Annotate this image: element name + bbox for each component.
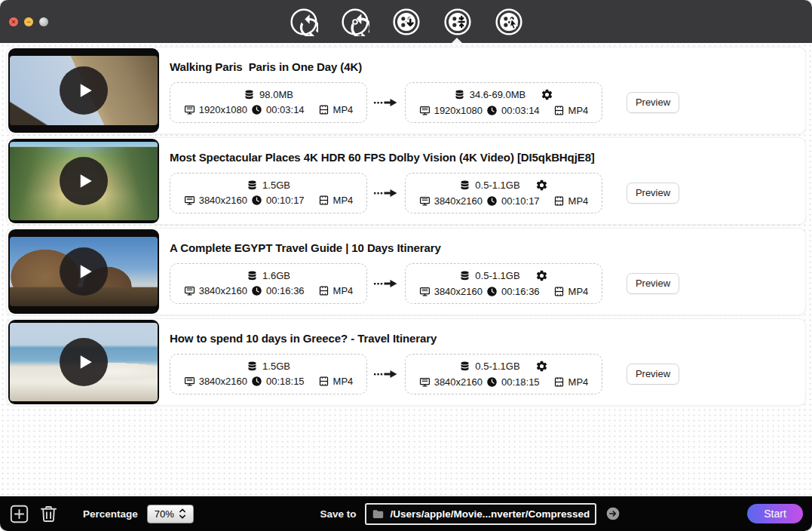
convert-arrow-icon <box>373 189 399 198</box>
save-path-field[interactable]: /Users/apple/Movie...nverter/Compressed <box>365 503 596 525</box>
traffic-lights: × − <box>9 17 48 26</box>
duration-icon <box>486 105 498 116</box>
close-button[interactable]: × <box>9 17 18 26</box>
video-row: A Complete EGYPT Travel Guide | 10 Days … <box>6 228 806 315</box>
format-icon <box>318 195 329 206</box>
toolbox-icon[interactable] <box>495 8 523 36</box>
start-button[interactable]: Start <box>747 504 803 523</box>
video-row: How to spend 10 days in Greece? - Travel… <box>6 318 806 406</box>
preview-button[interactable]: Preview <box>627 273 679 294</box>
output-size: 0.5-1.1GB <box>475 270 519 281</box>
output-info-box: 0.5-1.1GB 3840x2160 00:10:17 MP4 <box>405 173 602 213</box>
video-thumbnail[interactable] <box>8 139 159 223</box>
play-button[interactable] <box>60 157 108 205</box>
source-resolution: 3840x2160 <box>199 285 247 296</box>
source-info-box: 1.5GB 3840x2160 00:10:17 MP4 <box>170 173 367 213</box>
percentage-value: 70% <box>155 508 174 520</box>
convert-arrow-icon <box>373 370 399 379</box>
play-button[interactable] <box>60 66 108 115</box>
output-size: 0.5-1.1GB <box>475 361 519 372</box>
delete-button[interactable] <box>38 504 59 524</box>
video-title: Most Spectacular Places 4K HDR 60 FPS Do… <box>170 151 805 164</box>
filesize-icon <box>459 270 470 281</box>
source-duration: 00:16:36 <box>266 285 305 296</box>
preview-button[interactable]: Preview <box>627 364 679 385</box>
output-resolution: 1920x1080 <box>434 105 483 116</box>
source-info-box: 98.0MB 1920x1080 00:03:14 MP4 <box>170 82 367 123</box>
settings-gear-icon[interactable] <box>535 179 548 192</box>
resolution-icon <box>184 195 195 206</box>
video-list: Walking Paris Paris in One Day (4K) 98.0… <box>0 43 812 496</box>
output-size: 34.6-69.0MB <box>470 89 526 100</box>
percentage-stepper[interactable]: 70% <box>147 505 194 523</box>
format-icon <box>318 376 329 387</box>
video-thumbnail[interactable] <box>8 320 159 404</box>
preview-button[interactable]: Preview <box>627 183 679 204</box>
source-resolution: 1920x1080 <box>199 104 247 115</box>
video-downloader-icon[interactable] <box>392 8 421 36</box>
filesize-icon <box>247 270 258 281</box>
video-compressor-icon-active[interactable] <box>443 8 472 36</box>
open-folder-button[interactable] <box>605 506 620 521</box>
output-resolution: 3840x2160 <box>434 376 483 388</box>
video-row: Walking Paris Paris in One Day (4K) 98.0… <box>6 47 806 134</box>
output-duration: 00:10:17 <box>501 195 540 207</box>
source-resolution: 3840x2160 <box>199 376 247 387</box>
video-title: How to spend 10 days in Greece? - Travel… <box>170 332 805 345</box>
save-path-value: /Users/apple/Movie...nverter/Compressed <box>390 508 590 520</box>
settings-gear-icon[interactable] <box>535 360 548 373</box>
output-format: MP4 <box>568 105 589 116</box>
video-row: Most Spectacular Places 4K HDR 60 FPS Do… <box>6 137 806 225</box>
settings-gear-icon[interactable] <box>541 88 553 101</box>
play-button[interactable] <box>60 338 108 386</box>
source-size: 98.0MB <box>259 89 293 100</box>
output-format: MP4 <box>568 286 589 297</box>
title-bar: × − <box>0 0 812 43</box>
zoom-button[interactable] <box>39 17 48 26</box>
convert-arrow-icon <box>373 98 399 107</box>
play-button[interactable] <box>60 247 108 296</box>
converter-icon[interactable] <box>290 8 318 36</box>
filesize-icon <box>459 361 470 372</box>
resolution-icon <box>184 104 195 115</box>
output-duration: 00:18:15 <box>501 376 540 388</box>
duration-icon <box>486 195 498 207</box>
minimize-button[interactable]: − <box>24 17 33 26</box>
output-format: MP4 <box>568 376 589 388</box>
filesize-icon <box>247 180 258 191</box>
folder-icon <box>372 508 385 520</box>
format-icon <box>553 376 565 388</box>
preview-button[interactable]: Preview <box>627 92 679 113</box>
stepper-updown-icon <box>179 508 186 520</box>
format-icon <box>318 104 329 115</box>
source-size: 1.5GB <box>262 361 290 372</box>
settings-gear-icon[interactable] <box>535 269 548 282</box>
output-resolution: 3840x2160 <box>434 195 483 207</box>
source-format: MP4 <box>333 104 354 115</box>
duration-icon <box>251 104 262 115</box>
format-icon <box>553 286 565 297</box>
duration-icon <box>251 376 262 387</box>
video-thumbnail[interactable] <box>8 229 159 314</box>
source-format: MP4 <box>333 285 354 296</box>
trash-icon <box>38 504 59 524</box>
filesize-icon <box>244 89 255 100</box>
dvd-ripper-icon[interactable] <box>341 8 369 36</box>
format-icon <box>318 285 329 296</box>
source-format: MP4 <box>333 195 354 206</box>
output-info-box: 0.5-1.1GB 3840x2160 00:16:36 MP4 <box>405 263 602 304</box>
video-title: Walking Paris Paris in One Day (4K) <box>170 60 805 73</box>
duration-icon <box>486 376 498 388</box>
resolution-icon <box>419 286 431 297</box>
percentage-label: Percentage <box>83 508 138 520</box>
plus-icon <box>9 504 29 524</box>
convert-arrow-icon <box>373 279 399 288</box>
output-size: 0.5-1.1GB <box>475 180 519 191</box>
add-files-button[interactable] <box>9 504 29 524</box>
arrow-right-circle-icon <box>605 506 620 521</box>
bottom-bar: Percentage 70% Save to /Users/apple/Movi… <box>0 496 812 531</box>
app-window: × − <box>0 0 812 531</box>
source-duration: 00:10:17 <box>266 195 305 206</box>
duration-icon <box>251 285 262 296</box>
video-thumbnail[interactable] <box>8 48 159 133</box>
